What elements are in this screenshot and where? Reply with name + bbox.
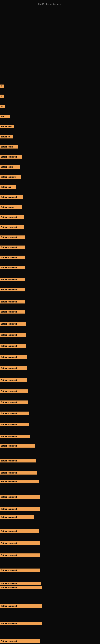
bar-label: Bottleneck result xyxy=(0,278,25,281)
bar-label: Bottleneck result xyxy=(0,422,29,426)
bar-row: Bottleneck result xyxy=(0,604,100,608)
bar-label: Bottleneck re xyxy=(0,165,20,169)
bar-row: Bottleneck result xyxy=(0,459,100,462)
bar-label: Bottleneck result xyxy=(0,333,26,337)
bar-row: Bottleneck result xyxy=(0,333,100,337)
bar-label: Bottleneck result xyxy=(0,412,29,415)
bar-label: Bottleneck result xyxy=(0,256,25,259)
bar-row: Bottleneck result xyxy=(0,444,100,448)
bar-row: Bottlenec xyxy=(0,135,100,138)
bar-row: Bottleneck result xyxy=(0,568,100,572)
bar-row: Bottleneck result xyxy=(0,215,100,219)
bar-label: Bottleneck result xyxy=(0,459,36,462)
bar-row: Bottleneck result xyxy=(0,480,100,484)
bar-row: Bottleneck result xyxy=(0,226,100,229)
bar-row: Bottleneck result xyxy=(0,288,100,292)
bar-row: Bottleneck result xyxy=(0,639,100,643)
bar-row: Bottleneck result xyxy=(0,495,100,499)
bar-label: Bottleneck result xyxy=(0,236,25,239)
bar-label: Bottleneck result xyxy=(0,507,40,511)
bar-label: Bottleneck result xyxy=(0,344,26,348)
bar-label: Bottleneck result xyxy=(0,155,22,158)
bar-label: Bottleneck result xyxy=(0,226,24,229)
bar-label: Bottleneck result xyxy=(0,366,27,370)
bar-row: Bo xyxy=(0,105,100,108)
bar-row: Bottleneck re xyxy=(0,145,100,148)
bar-row: Bottleneck result xyxy=(0,400,100,404)
bar-label: Bottleneck result xyxy=(0,435,30,438)
bar-row: Bottleneck result xyxy=(0,300,100,304)
bar-row: Bottleneck result xyxy=(0,412,100,415)
bar-label: Bottleneck result xyxy=(0,322,26,326)
bar-label: Bottleneck result xyxy=(0,568,40,572)
bar-row: B xyxy=(0,84,100,88)
bar-label: Bottleneck result xyxy=(0,515,34,519)
bar-row: Bottleneck result xyxy=(0,256,100,259)
bar-label: Bottleneck result xyxy=(0,529,39,533)
bar-row: Bottleneck result xyxy=(0,155,100,158)
site-title: TheBottlenecker.com xyxy=(0,1,100,7)
bar-label: Bottleneck result xyxy=(0,266,25,269)
bar-label: Bottleneck result xyxy=(0,215,24,219)
bar-label: Bottleneck result xyxy=(0,310,25,314)
bar-row: Bottleneck result xyxy=(0,471,100,474)
bar-row: Bottleneck result xyxy=(0,529,100,533)
bar-row: Bottleneck result xyxy=(0,355,100,359)
bar-label: Bottleneck result xyxy=(0,195,23,199)
bar-label: Bottleneck result xyxy=(0,400,28,404)
bar-label: Bottleneck result xyxy=(0,471,37,474)
bar-label: Bottlenec xyxy=(0,135,13,138)
bar-row: Bottleneck result xyxy=(0,322,100,326)
bar-label: Bottl xyxy=(0,115,10,118)
bar-row: Bottleneck result xyxy=(0,582,100,585)
bar-row: Bottleneck result xyxy=(0,310,100,314)
bar-label: B xyxy=(0,84,4,88)
bar-row: Bottleneck result xyxy=(0,246,100,249)
bar-label: B xyxy=(0,94,4,98)
bar-label: Bottleneck result xyxy=(0,541,40,545)
bar-row: Bottleneck result xyxy=(0,390,100,393)
bar-row: Bottleneck result xyxy=(0,435,100,438)
bar-row: Bottleneck result xyxy=(0,507,100,511)
bar-label: Bottleneck result xyxy=(0,355,27,359)
bar-row: Bottl xyxy=(0,115,100,118)
bar-label: Bottleneck result xyxy=(0,582,41,585)
bar-label: Bottleneck result xyxy=(0,480,39,484)
bar-label: Bottleneck result xyxy=(0,604,42,608)
bar-label: Bottleneck result xyxy=(0,288,25,292)
bar-label: Bottleneck result xyxy=(0,622,42,625)
bar-row: Bottleneck result xyxy=(0,266,100,269)
bar-label: Bottleneck result xyxy=(0,495,40,499)
bar-row: Bottleneck result xyxy=(0,278,100,281)
bar-label: Bo xyxy=(0,105,5,108)
bar-row: Bottleneck result xyxy=(0,236,100,239)
bar-row: Bottleneck result xyxy=(0,554,100,557)
bar-label: Bottleneck r xyxy=(0,125,14,128)
bar-label: Bottleneck result xyxy=(0,246,25,249)
bar-row: Bottleneck result xyxy=(0,195,100,199)
bar-row: Bottleneck r xyxy=(0,125,100,128)
bar-label: Bottleneck resu xyxy=(0,175,21,179)
bar-label: Bottleneck result xyxy=(0,554,40,557)
bar-label: Bottleneck result xyxy=(0,300,25,304)
bar-label: Bottleneck result xyxy=(0,639,40,643)
bar-label: Bottleneck result xyxy=(0,378,27,382)
bar-row: Bottleneck res xyxy=(0,205,100,209)
bar-label: Bottleneck xyxy=(0,185,16,189)
bar-label: Bottleneck re xyxy=(0,145,18,148)
bar-row: B xyxy=(0,94,100,98)
bar-row: Bottleneck re xyxy=(0,165,100,169)
bar-row: Bottleneck xyxy=(0,185,100,189)
bar-row: Bottleneck result xyxy=(0,344,100,348)
bar-label: Bottleneck res xyxy=(0,205,22,209)
bar-label: Bottleneck result xyxy=(0,390,28,393)
bar-row: Bottleneck result xyxy=(0,378,100,382)
bar-row: Bottleneck result xyxy=(0,515,100,519)
bar-row: Bottleneck resu xyxy=(0,175,100,179)
bar-row: Bottleneck result xyxy=(0,422,100,426)
bar-row: Bottleneck result xyxy=(0,541,100,545)
bar-row: Bottleneck result xyxy=(0,622,100,625)
bar-label: Bottleneck result xyxy=(0,444,35,448)
bar-label: Bottleneck result xyxy=(0,586,42,589)
bar-row: Bottleneck result xyxy=(0,366,100,370)
